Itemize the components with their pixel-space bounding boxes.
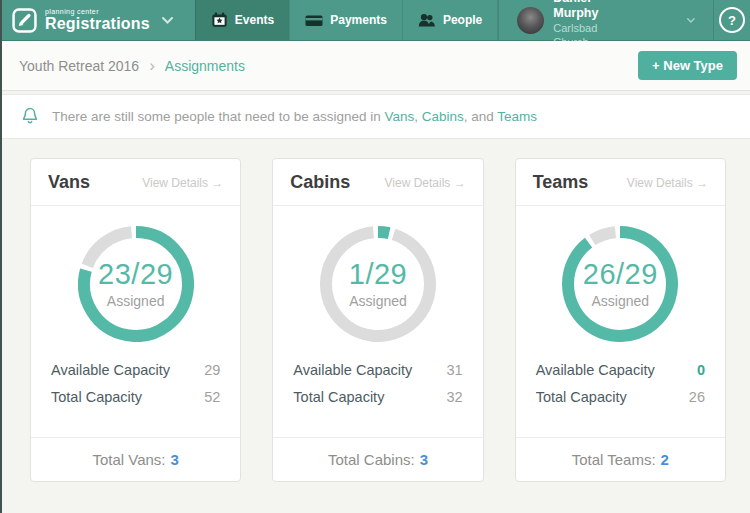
breadcrumb-parent[interactable]: Youth Retreat 2016 bbox=[19, 58, 139, 74]
assigned-ratio: 23/29 bbox=[98, 260, 173, 289]
total-count-link[interactable]: 2 bbox=[661, 451, 669, 468]
nav-tabs: Events Payments People bbox=[195, 0, 498, 40]
cards-area: Vans View Details → 23/29 Assigned Avail… bbox=[2, 139, 750, 482]
teams-card: Teams View Details → 26/29 Assigned Avai… bbox=[515, 158, 726, 482]
card-title: Vans bbox=[48, 172, 90, 193]
total-capacity-row: Total Capacity 26 bbox=[536, 389, 705, 405]
assigned-label: Assigned bbox=[349, 293, 407, 309]
available-capacity-row: Available Capacity 29 bbox=[51, 362, 220, 378]
card-footer: Total Teams: 2 bbox=[516, 437, 725, 481]
cabins-card: Cabins View Details → 1/29 Assigned Avai… bbox=[272, 158, 483, 482]
vans-card: Vans View Details → 23/29 Assigned Avail… bbox=[30, 158, 241, 482]
pencil-logo-icon bbox=[12, 8, 37, 33]
navbar-right: Daniel Murphy Carlsbad Church ? bbox=[498, 0, 750, 40]
total-capacity-row: Total Capacity 32 bbox=[293, 389, 462, 405]
teams-link[interactable]: Teams bbox=[497, 109, 537, 124]
user-menu[interactable]: Daniel Murphy Carlsbad Church bbox=[498, 0, 713, 40]
tab-events[interactable]: Events bbox=[195, 0, 289, 40]
breadcrumb-current: Assignments bbox=[165, 58, 245, 74]
assigned-ratio: 26/29 bbox=[583, 260, 658, 289]
footer-label: Total Teams: bbox=[572, 451, 656, 468]
view-details-link[interactable]: View Details → bbox=[627, 176, 708, 190]
brand-menu[interactable]: planning center Registrations bbox=[2, 0, 187, 40]
total-count-link[interactable]: 3 bbox=[171, 451, 179, 468]
tab-label: People bbox=[443, 13, 482, 27]
help-button[interactable]: ? bbox=[713, 0, 750, 40]
app-window: planning center Registrations Events bbox=[0, 0, 750, 513]
total-count-link[interactable]: 3 bbox=[420, 451, 428, 468]
tab-people[interactable]: People bbox=[402, 0, 498, 40]
brand-large-label: Registrations bbox=[45, 16, 150, 32]
tab-payments[interactable]: Payments bbox=[289, 0, 402, 40]
user-name: Daniel Murphy bbox=[553, 0, 614, 22]
footer-label: Total Cabins: bbox=[328, 451, 415, 468]
footer-label: Total Vans: bbox=[92, 451, 165, 468]
tab-label: Events bbox=[235, 13, 274, 27]
assigned-ratio: 1/29 bbox=[349, 260, 407, 289]
card-title: Teams bbox=[533, 172, 589, 193]
cabins-link[interactable]: Cabins bbox=[422, 109, 464, 124]
view-details-link[interactable]: View Details → bbox=[385, 176, 466, 190]
bell-icon bbox=[20, 106, 40, 127]
card-title: Cabins bbox=[290, 172, 350, 193]
people-icon bbox=[418, 12, 436, 29]
breadcrumb-chevron-icon: › bbox=[149, 57, 155, 74]
chevron-down-icon bbox=[162, 17, 173, 24]
notification-banner: There are still some people that need to… bbox=[2, 94, 750, 139]
credit-card-icon bbox=[305, 12, 323, 29]
vans-link[interactable]: Vans bbox=[384, 109, 414, 124]
assigned-label: Assigned bbox=[107, 293, 165, 309]
breadcrumb-bar: Youth Retreat 2016 › Assignments + New T… bbox=[2, 41, 750, 91]
chevron-down-icon bbox=[687, 17, 695, 24]
notification-text: There are still some people that need to… bbox=[52, 109, 537, 124]
available-capacity-row: Available Capacity 0 bbox=[536, 362, 705, 378]
total-capacity-row: Total Capacity 52 bbox=[51, 389, 220, 405]
card-footer: Total Cabins: 3 bbox=[273, 437, 482, 481]
avatar bbox=[517, 7, 544, 34]
brand-small-label: planning center bbox=[45, 8, 150, 15]
new-type-button[interactable]: + New Type bbox=[638, 51, 737, 80]
top-navbar: planning center Registrations Events bbox=[2, 0, 750, 41]
available-capacity-row: Available Capacity 31 bbox=[293, 362, 462, 378]
calendar-star-icon bbox=[211, 12, 228, 29]
question-mark-icon: ? bbox=[719, 7, 745, 33]
card-footer: Total Vans: 3 bbox=[31, 437, 240, 481]
view-details-link[interactable]: View Details → bbox=[142, 176, 223, 190]
assigned-label: Assigned bbox=[592, 293, 650, 309]
tab-label: Payments bbox=[330, 13, 387, 27]
